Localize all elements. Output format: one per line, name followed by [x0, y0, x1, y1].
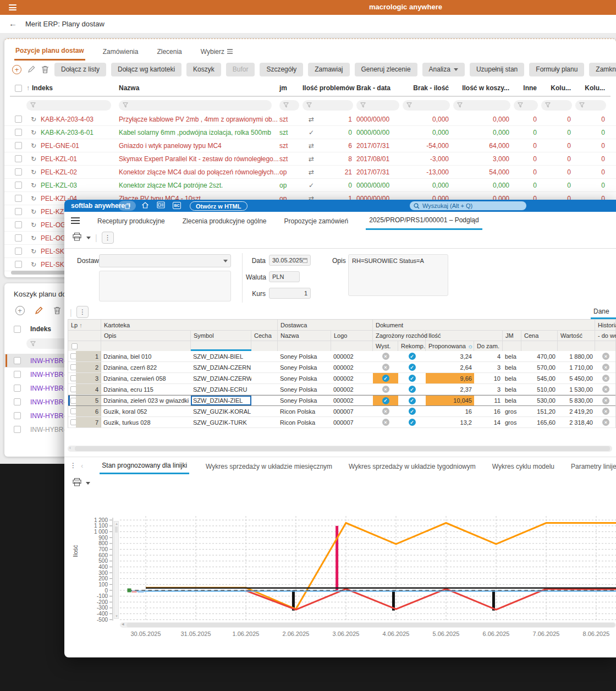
col-do-zam[interactable]: Do zam.	[474, 341, 503, 351]
cell-symbol[interactable]: SZW_DZIAN-BIEL	[191, 351, 251, 361]
koszyk-button[interactable]: Koszyk	[186, 63, 221, 76]
cell-symbol[interactable]: SZW_DZIAN-ZIEL	[191, 396, 251, 405]
tab-2025-prop-prs1-000001-–-podgląd[interactable]: 2025/PROP/PRS1/000001 – Podgląd	[366, 212, 482, 230]
group-historia[interactable]: Historia anormal	[595, 320, 616, 330]
grid-horizontal-scrollbar[interactable]: ‹	[68, 446, 612, 452]
grid-row[interactable]: 2Dzianina, czerń 822SZW_DZIAN-CZERNSoney…	[68, 362, 615, 373]
col-nazwa[interactable]: Nazwa	[278, 330, 331, 341]
grid-more-button[interactable]: ⋮	[76, 306, 89, 318]
tab-wykres-sprzedaży-w-układzie-miesięcznym[interactable]: Wykres sprzedaży w układzie miesięcznym	[206, 458, 332, 474]
filter-input[interactable]	[119, 100, 272, 111]
cell-symbol[interactable]: SZW_DZIAN-ECRU	[191, 384, 251, 394]
tab-wybierz[interactable]: Wybierz	[200, 45, 234, 61]
col-lp[interactable]: Lp	[71, 322, 78, 328]
print-dropdown-icon[interactable]	[86, 482, 90, 485]
row-checkbox[interactable]	[70, 375, 76, 381]
row-checkbox[interactable]	[15, 195, 22, 202]
cell-symbol[interactable]: SZW_GUZIK-TURK	[191, 417, 251, 427]
sort-asc-icon[interactable]: ↑	[79, 322, 82, 328]
grid-row[interactable]: 3Dzianina, czerwień 058SZW_DZIAN-CZERWSo…	[68, 373, 615, 384]
group-dostawca[interactable]: Dostawca	[278, 320, 373, 330]
filter-input[interactable]	[26, 100, 111, 111]
plan-table-row[interactable]: ↻KAB-KA-203-6-01Kabel solarny 6mm ,podwó…	[4, 126, 616, 139]
search-input[interactable]: Wyszukaj (Alt + Q)	[410, 201, 526, 210]
windows-stack-icon[interactable]	[118, 201, 136, 211]
softlab-more-button[interactable]: ⋮	[102, 232, 114, 244]
row-checkbox[interactable]	[14, 371, 21, 378]
col-do-weryfikacji[interactable]: - do weryfikacji	[595, 330, 616, 341]
tab-zamówienia[interactable]: Zamówienia	[102, 45, 140, 61]
cell-symbol[interactable]: SZW_DZIAN-CZERN	[191, 362, 251, 372]
group-dokument[interactable]: Dokument	[373, 320, 595, 330]
zamknij-button[interactable]: Zamknij	[589, 63, 616, 76]
row-checkbox[interactable]	[14, 385, 21, 392]
dołącz-z-listy-button[interactable]: Dołącz z listy	[54, 63, 106, 76]
grid-row[interactable]: 6Guzik, koral 052SZW_GUZIK-KORALRicon Po…	[68, 406, 615, 417]
tabs-more-button[interactable]: ⋮	[70, 462, 76, 474]
col-brak-ilosc[interactable]: Brak - ilość	[403, 84, 453, 92]
open-in-html-button[interactable]: Otwórz w HTML	[190, 201, 248, 211]
uzupełnij-stan-button[interactable]: Uzupełnij stan	[470, 63, 524, 76]
col-nazwa[interactable]: Nazwa	[119, 84, 279, 92]
tab-wykres-cyklu-modelu[interactable]: Wykres cyklu modelu	[492, 458, 554, 474]
row-checkbox[interactable]	[70, 353, 76, 359]
grid-row[interactable]: 4Dzianina, ecru 115SZW_DZIAN-ECRUSoney P…	[68, 384, 615, 395]
row-checkbox[interactable]	[14, 398, 21, 405]
grid-select-all-checkbox[interactable]	[72, 343, 78, 349]
col-ilosc[interactable]: Ilość	[426, 330, 503, 341]
zamawiaj-button[interactable]: Zamawiaj	[308, 63, 349, 76]
basket-add-button[interactable]: +	[14, 304, 26, 316]
filter-input[interactable]	[356, 100, 399, 111]
select-all-checkbox[interactable]	[15, 85, 22, 92]
filter-input[interactable]	[302, 100, 353, 111]
formuły-planu-button[interactable]: Formuły planu	[529, 63, 584, 76]
row-checkbox[interactable]	[15, 182, 22, 189]
basket-delete-button[interactable]	[51, 304, 63, 316]
row-checkbox[interactable]	[15, 208, 22, 215]
plan-table-row[interactable]: ↻PEL-KZL-03Konektor złącze MC4 potrójne …	[4, 179, 616, 192]
grid-row[interactable]: 1Dzianina, biel 010SZW_DZIAN-BIELSoney P…	[68, 351, 615, 362]
add-button[interactable]: +	[12, 63, 21, 75]
tab-zlecenia[interactable]: Zlecenia	[156, 45, 183, 61]
kurs-input[interactable]: 1	[269, 288, 311, 299]
basket-select-all-checkbox[interactable]	[14, 326, 21, 333]
row-checkbox[interactable]	[14, 357, 21, 364]
filter-input[interactable]	[541, 100, 572, 111]
tab-wykres-sprzedaży-w-układzie-tygodniowym[interactable]: Wykres sprzedaży w układzie tygodniowym	[349, 458, 476, 474]
col-brak-data[interactable]: Brak - data	[356, 84, 403, 92]
group-kartoteka[interactable]: Kartoteka	[101, 320, 278, 330]
print-icon[interactable]	[72, 232, 82, 244]
plan-table-row[interactable]: ↻PEL-GNE-01Gniazdo i wtyk panelowy typu …	[4, 139, 616, 152]
tab-stan-prognozowany-dla-linijki[interactable]: Stan prognozowany dla linijki	[100, 458, 189, 474]
tab-parametry-linijek[interactable]: Parametry linijek	[571, 458, 616, 474]
back-arrow-icon[interactable]: ←	[9, 19, 17, 28]
plan-table-row[interactable]: ↻KAB-KA-203-4-03Przyłącze kablowe PV 2mb…	[4, 113, 616, 126]
bc-icon[interactable]: BC	[173, 202, 181, 209]
col-wyst[interactable]: Wyst.	[373, 341, 398, 351]
filter-input[interactable]	[514, 100, 538, 111]
grid-row[interactable]: 5Dzianina, zieleń 023 w gwiazdkiSZW_DZIA…	[68, 395, 615, 406]
col-indeks[interactable]: Indeks	[32, 84, 53, 92]
chart-vertical-scrollbar[interactable]: ▲▼	[114, 521, 119, 619]
home-icon[interactable]	[141, 201, 149, 209]
analiza-button[interactable]: Analiza	[422, 63, 465, 76]
softlab-menu-icon[interactable]	[71, 217, 80, 224]
chart-horizontal-scrollbar[interactable]: ◂	[120, 622, 616, 628]
edit-button[interactable]	[27, 63, 36, 75]
row-checkbox[interactable]	[70, 398, 76, 404]
plan-table-row[interactable]: ↻PEL-KZL-02Konektor złącze MC4 dual do p…	[4, 166, 616, 179]
generuj-zlecenie-button[interactable]: Generuj zlecenie	[355, 63, 417, 76]
col-kolumna-1[interactable]: Kolu...	[541, 84, 575, 92]
row-checkbox[interactable]	[15, 155, 22, 162]
col-wartosc[interactable]: Wartość	[558, 330, 595, 341]
print-icon[interactable]	[72, 478, 82, 489]
print-dropdown-icon[interactable]	[86, 237, 91, 239]
row-checkbox[interactable]	[15, 168, 22, 176]
basket-edit-button[interactable]	[32, 304, 45, 316]
tab-zlecenia-produkcyjne-ogólne[interactable]: Zlecenia produkcyjne ogólne	[183, 212, 267, 230]
plan-table-row[interactable]: ↻PEL-KZL-01Skymax Expert Parallel Kit - …	[4, 152, 616, 166]
col-inne[interactable]: Inne	[514, 84, 541, 92]
row-checkbox[interactable]	[15, 261, 22, 268]
filter-input[interactable]	[453, 100, 510, 111]
row-checkbox[interactable]	[15, 248, 22, 255]
